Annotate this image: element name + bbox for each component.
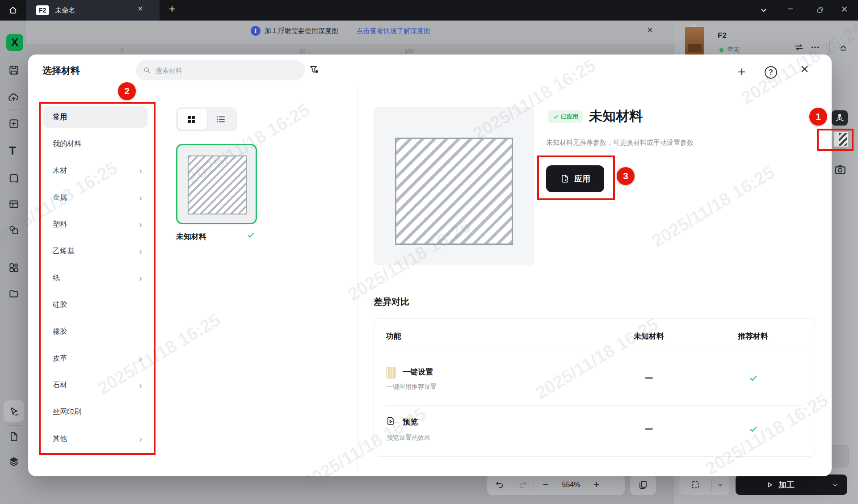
panel-divider (829, 41, 830, 52)
material-preview-panel (374, 107, 534, 265)
home-icon[interactable] (7, 5, 19, 16)
grid-view-icon[interactable] (186, 114, 197, 125)
redo-icon[interactable] (512, 480, 534, 490)
device-name: F2 (718, 31, 727, 40)
annotation-circle-3: 3 (617, 167, 635, 185)
history-zoom-group: − 554% + (487, 475, 625, 495)
search-icon (143, 66, 151, 74)
duplicate-tool-icon[interactable] (8, 224, 20, 236)
notification-band (26, 21, 674, 44)
column-header-function: 功能 (386, 331, 401, 341)
annotation-box-1 (817, 129, 854, 151)
process-chevron-down-icon[interactable] (831, 481, 839, 489)
selected-check-icon (246, 231, 255, 239)
table-divider (386, 405, 803, 406)
dialog-close-icon[interactable]: × (800, 61, 809, 77)
table-divider (386, 350, 803, 350)
row-description: 预览设置的效果 (387, 434, 430, 442)
zoom-level[interactable]: 554% (557, 481, 585, 489)
collapsed-panel-stub[interactable] (829, 445, 849, 467)
file-icon[interactable] (8, 431, 20, 442)
help-icon[interactable]: ? (765, 66, 777, 79)
pages-group (630, 475, 656, 495)
dash-unknown (645, 377, 653, 379)
toolbar-divider (7, 109, 21, 109)
play-icon (765, 480, 774, 489)
filter-icon[interactable] (309, 64, 320, 75)
check-recommended-icon (749, 424, 758, 434)
copy-pages-icon[interactable] (638, 479, 648, 490)
marquee-select-icon[interactable] (679, 480, 711, 490)
tab-badge: F2 (36, 5, 49, 15)
document-tab[interactable]: F2 未命名 × (26, 0, 160, 21)
annotation-circle-2: 2 (118, 82, 136, 100)
selection-chevron-down-icon[interactable] (712, 481, 729, 488)
camera-icon[interactable] (833, 163, 848, 176)
material-card-unknown[interactable] (176, 144, 257, 224)
material-card-label: 未知材料 (176, 231, 206, 242)
notification-text: 加工浮雕需要使用深度图 (265, 27, 338, 35)
window-minimize-icon[interactable]: − (787, 3, 793, 15)
device-status-dot (719, 48, 723, 52)
compare-table: 功能 未知材料 推荐材料 一键设置 一键应用推荐设置 预览 预览设置的效果 (374, 318, 815, 457)
check-recommended-icon (749, 373, 758, 383)
selection-mode-group (679, 475, 729, 495)
save-icon[interactable] (8, 64, 20, 76)
folder-icon[interactable] (8, 288, 20, 299)
cursor-tool-icon[interactable] (8, 406, 20, 417)
device-status: 空闲 (727, 46, 740, 54)
material-detail-description: 未知材料无推荐参数，可更换材料或手动设置参数 (546, 139, 694, 147)
switch-device-icon[interactable] (794, 42, 804, 53)
notification-link[interactable]: 点击查看快速了解深度图 (357, 27, 430, 35)
window-close-icon[interactable]: × (841, 2, 848, 16)
material-thumbnail (188, 155, 247, 214)
column-header-unknown: 未知材料 (622, 331, 676, 341)
material-detail-title: 未知材料 (589, 107, 643, 126)
laser-tool-button[interactable] (832, 110, 848, 126)
preview-feature-icon (386, 416, 395, 426)
ruler-mark: 50 (299, 48, 305, 54)
search-input[interactable] (155, 66, 286, 75)
applied-badge: 已应用 (548, 110, 583, 123)
button-divider (826, 476, 826, 493)
more-options-icon[interactable] (810, 42, 820, 53)
zoom-in-icon[interactable]: + (585, 479, 608, 491)
search-box[interactable] (136, 60, 305, 80)
column-divider (358, 83, 358, 476)
process-button[interactable]: 加工 (736, 475, 847, 495)
annotation-box-2 (39, 102, 156, 455)
row-name: 预览 (403, 417, 418, 427)
left-toolbar: X T (0, 21, 28, 504)
dash-unknown (645, 428, 653, 430)
cloud-upload-icon[interactable] (8, 91, 20, 103)
add-material-icon[interactable]: + (738, 64, 746, 80)
titlebar: F2 未命名 × + − × (0, 0, 858, 21)
app-logo[interactable]: X (6, 34, 23, 51)
app-window: 0 50 100 ! 加工浮雕需要使用深度图 点击查看快速了解深度图 × F2 … (0, 0, 858, 504)
layers-icon[interactable] (8, 456, 20, 467)
text-tool-icon[interactable]: T (9, 144, 16, 158)
device-thumbnail (685, 27, 704, 55)
window-restore-icon[interactable] (815, 6, 825, 15)
undo-icon[interactable] (487, 480, 512, 490)
shape-tool-icon[interactable] (8, 172, 20, 184)
window-chevron-down-icon[interactable] (758, 6, 770, 14)
notification-close-icon[interactable]: × (647, 24, 653, 36)
tab-title: 未命名 (55, 6, 75, 15)
list-view-icon[interactable] (215, 114, 226, 125)
info-icon: ! (251, 26, 261, 36)
zoom-out-icon[interactable]: − (534, 479, 557, 491)
insert-icon[interactable] (8, 118, 20, 130)
annotation-box-3 (537, 155, 615, 200)
tab-close-icon[interactable]: × (138, 4, 143, 14)
new-tab-icon[interactable]: + (169, 3, 175, 15)
apps-icon[interactable] (8, 262, 20, 273)
collapse-panel-icon[interactable] (837, 41, 849, 53)
frame-tool-icon[interactable] (8, 198, 20, 210)
annotation-circle-1: 1 (809, 108, 827, 126)
dialog-title: 选择材料 (42, 64, 80, 77)
ruler-mark: 100 (405, 48, 414, 54)
view-toggle (176, 107, 237, 131)
row-description: 一键应用推荐设置 (387, 383, 437, 391)
material-preview-image (395, 138, 513, 245)
